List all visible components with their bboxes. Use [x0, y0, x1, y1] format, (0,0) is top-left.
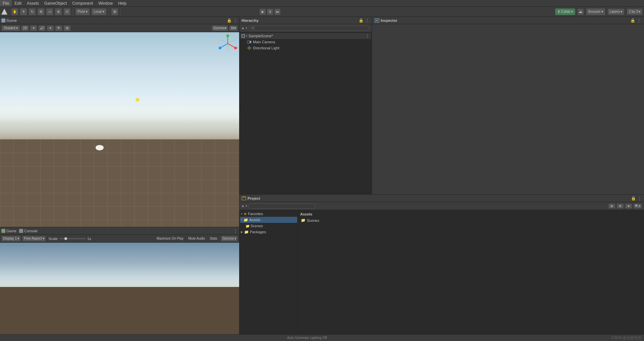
collab-button[interactable]: ⬆ Collab ▾: [555, 8, 575, 15]
game-viewport[interactable]: [0, 243, 239, 341]
scene-audio-button[interactable]: 🔊: [38, 25, 46, 31]
scale-bar[interactable]: [59, 238, 86, 239]
game-menu-icon[interactable]: ⋮: [233, 228, 238, 234]
stats-btn[interactable]: Stats: [208, 236, 219, 241]
scale-tool-button[interactable]: ⊞: [37, 8, 45, 15]
svg-line-11: [228, 40, 235, 44]
project-favorites-item[interactable]: ▾ ★ Favorites: [240, 211, 297, 217]
custom-tool-button[interactable]: ⊡: [63, 8, 71, 15]
collab-label: Collab: [561, 10, 570, 13]
project-icon-view-btn[interactable]: ⊞: [608, 203, 615, 209]
mute-btn[interactable]: Mute Audio: [187, 236, 206, 241]
console-tab[interactable]: Console: [24, 229, 38, 233]
inspector-menu-icon[interactable]: ⋮: [637, 18, 641, 23]
snap-button[interactable]: ⊞: [111, 8, 118, 15]
rect-tool-button[interactable]: ▭: [46, 8, 53, 15]
menu-help[interactable]: Help: [115, 0, 129, 6]
inspector-lock-icon[interactable]: 🔒: [630, 18, 635, 23]
menu-window[interactable]: Window: [96, 0, 115, 6]
pivot-button[interactable]: Pivot ▾: [75, 8, 90, 15]
directional-light-label: Directional Light: [253, 46, 279, 50]
project-content: ▾ ★ Favorites ▾ 📁 Assets 📁 Scenes: [239, 210, 644, 336]
hierarchy-panel: Hierarchy 🔒 ⋮ + ▾: [239, 17, 372, 194]
hierarchy-item-light[interactable]: Directional Light: [240, 45, 371, 51]
scale-bar-container: Scale 1x: [49, 237, 91, 241]
hierarchy-dropdown-arrow[interactable]: ▾: [246, 26, 247, 30]
svg-rect-12: [242, 35, 245, 37]
project-search-btn[interactable]: 🔍8: [633, 203, 642, 209]
move-tool-button[interactable]: ✛: [20, 8, 27, 15]
game-tab[interactable]: Game: [6, 229, 16, 233]
project-add-btn[interactable]: +: [241, 203, 244, 209]
menu-assets[interactable]: Assets: [24, 0, 42, 6]
hierarchy-menu-icon[interactable]: ⋮: [365, 18, 370, 23]
layers-button[interactable]: Layers ▾: [607, 8, 625, 15]
account-arrow: ▾: [601, 10, 603, 13]
menu-component[interactable]: Component: [69, 0, 96, 6]
hierarchy-lock-icon[interactable]: 🔒: [359, 18, 364, 23]
shaded-label: Shaded: [4, 26, 15, 30]
account-button[interactable]: Account ▾: [586, 8, 605, 15]
menu-gameobject[interactable]: GameObject: [42, 0, 69, 6]
pivot-label: Pivot: [77, 10, 85, 13]
project-search-input[interactable]: [249, 203, 316, 209]
scene-grid-button[interactable]: ⊞: [63, 25, 71, 31]
gizmos-dropdown[interactable]: Gizmos ▾: [212, 25, 228, 31]
display-arrow: ▾: [17, 237, 19, 240]
scene-grid: [0, 139, 239, 227]
project-packages-item[interactable]: ▶ 📁 Packages: [240, 229, 297, 235]
scene-search-btn[interactable]: All ▾: [229, 25, 238, 31]
scene-fx-button[interactable]: ✦: [47, 25, 54, 31]
asset-scenes-label: Scenes: [307, 218, 319, 223]
menu-edit[interactable]: Edit: [12, 0, 24, 6]
scene-tab[interactable]: Scene: [6, 18, 17, 22]
local-button[interactable]: Local ▾: [91, 8, 107, 15]
layout-button[interactable]: 2 by 3 ▾: [627, 8, 643, 15]
play-button[interactable]: ▶: [259, 8, 266, 15]
hierarchy-item-camera[interactable]: Main Camera: [240, 39, 371, 45]
aspect-dropdown[interactable]: Free Aspect ▾: [22, 236, 46, 242]
rotate-tool-button[interactable]: ↻: [29, 8, 36, 15]
scene-viewport[interactable]: Y X Z: [0, 32, 239, 227]
hierarchy-search-input[interactable]: [249, 26, 370, 31]
collab-arrow: ▾: [571, 10, 573, 13]
gizmos-arrow: ▾: [225, 26, 226, 30]
project-lock-icon[interactable]: 🔒: [631, 196, 636, 201]
hierarchy-content: ▾ SampleScene* ⋮ Main Camera: [239, 32, 372, 194]
transform-tool-button[interactable]: ⊕: [55, 8, 62, 15]
step-button[interactable]: ⏭: [274, 8, 281, 15]
project-settings-btn[interactable]: ⚙: [616, 203, 624, 209]
scene-lighting-button[interactable]: ☀: [30, 25, 37, 31]
toolbar-separator-3: [120, 8, 121, 15]
display-dropdown[interactable]: Display 1 ▾: [1, 236, 21, 242]
hierarchy-add-btn[interactable]: +: [241, 26, 244, 31]
hierarchy-scene-root[interactable]: ▾ SampleScene* ⋮: [240, 33, 371, 39]
hand-tool-button[interactable]: ✋: [11, 8, 18, 15]
2d-button[interactable]: 2D: [21, 25, 29, 31]
scene-hidden-button[interactable]: 👁: [55, 25, 62, 31]
maximize-btn[interactable]: Maximize On Play: [155, 236, 185, 241]
project-scenes-item[interactable]: 📁 Scenes: [240, 223, 297, 229]
assets-label: Assets: [249, 218, 260, 222]
project-icon: [241, 196, 246, 201]
packages-label: Packages: [250, 230, 266, 234]
scene-lock-icon[interactable]: 🔒: [227, 18, 232, 23]
scale-bar-thumb[interactable]: [64, 237, 67, 240]
shaded-dropdown[interactable]: Shaded ▾: [1, 25, 20, 31]
asset-scenes-folder[interactable]: 📁 Scenes: [300, 217, 643, 223]
game-gizmos-dropdown[interactable]: Gizmos ▾: [221, 236, 238, 242]
project-assets-item[interactable]: ▾ 📁 Assets: [240, 217, 297, 223]
project-star-btn[interactable]: ★: [625, 203, 632, 209]
aspect-label: Free Aspect: [24, 237, 42, 240]
project-menu-icon[interactable]: ⋮: [637, 196, 642, 201]
scene-menu-icon[interactable]: ⋮: [365, 33, 370, 39]
scene-gizmo[interactable]: Y X Z: [218, 34, 238, 54]
scene-menu-icon[interactable]: ⋮: [233, 18, 238, 23]
favorites-arrow: ▾: [241, 212, 243, 215]
left-panel: Scene 🔒 ⋮ Shaded ▾ 2D ☀ 🔊 ✦ 👁 ⊞: [0, 17, 239, 341]
cloud-button[interactable]: ☁: [577, 8, 584, 15]
project-add-arrow[interactable]: ▾: [246, 204, 247, 208]
toolbar-separator-2: [109, 8, 109, 15]
pause-button[interactable]: ⏸: [267, 8, 273, 15]
menu-file[interactable]: File: [0, 0, 12, 6]
